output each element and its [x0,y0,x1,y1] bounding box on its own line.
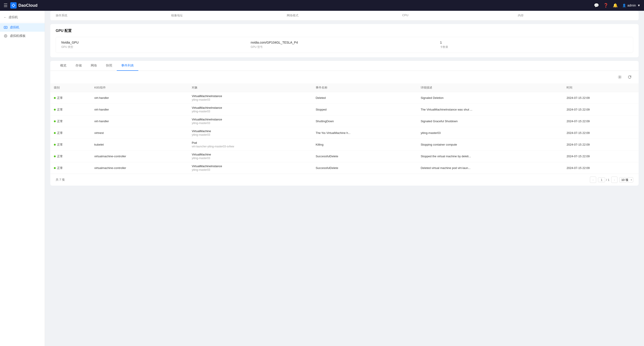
table-row: 正常virt-handlerVirtualMachineInstanceyiti… [50,92,638,104]
tab-network[interactable]: 网络 [86,61,102,71]
total-pages: 1 [608,178,610,182]
user-name: admin [628,4,636,7]
user-menu[interactable]: 👤 admin ▼ [622,4,640,7]
cell-description: The VirtualMachineInstance was shut ... [417,104,563,116]
vm-icon [4,25,8,30]
next-page-button[interactable]: › [611,177,618,183]
tab-overview[interactable]: 概览 [56,61,71,71]
cell-description: Stopped the virtual machine by deleti... [417,151,563,162]
col-memory: 内存 [518,14,633,18]
top-table-header: 操作系统 镜像地址 网络模式 CPU 内存 [50,11,638,21]
gpu-count-value: 1 [440,41,628,44]
gpu-type-value: Nvidia_GPU [61,41,249,44]
table-row: 正常kubeletPodvirt-launcher-yiting-master0… [50,139,638,151]
cell-object: VirtualMachineyiting-master03 [188,151,312,162]
cell-event-name: SuccessfulDelete [312,162,417,174]
cell-level: 正常 [50,151,91,162]
cell-level: 正常 [50,139,91,151]
cell-event-name: Deleted [312,92,417,104]
logo: DaoCloud [10,2,38,9]
logo-text: DaoCloud [18,3,38,8]
status-dot [54,132,56,134]
cell-event-name: ShuttingDown [312,116,417,127]
cell-object: VirtualMachineInstanceyiting-master03 [188,162,312,174]
sidebar-back-button[interactable]: ← 虚拟机 [0,13,45,22]
object-type: VirtualMachine [192,153,308,156]
pagination-controls: ‹ 1 / 1 › 10 项 20 项 50 项 [590,177,633,183]
user-chevron-icon: ▼ [637,4,640,7]
pagination-total: 共 7 项 [56,178,65,182]
object-name: yiting-master03 [192,110,308,113]
cell-level: 正常 [50,104,91,116]
help-icon[interactable]: ❓ [603,3,608,8]
level-text: 正常 [57,108,63,112]
cell-description: Signaled Graceful Shutdown [417,116,563,127]
tab-events[interactable]: 事件列表 [117,61,138,71]
sidebar-item-vm[interactable]: 虚拟机 [0,23,45,32]
th-time: 时间 [563,83,638,92]
cell-event-name: Stopped [312,104,417,116]
events-table-body: 正常virt-handlerVirtualMachineInstanceyiti… [50,92,638,174]
cell-k8s: virt-handler [91,92,188,104]
page-size-select[interactable]: 10 项 20 项 50 项 [619,177,633,182]
refresh-button[interactable] [626,74,633,81]
notification-icon[interactable]: 🔔 [613,3,618,8]
cell-level: 正常 [50,127,91,139]
object-name: yiting-master03 [192,122,308,125]
tab-storage[interactable]: 存储 [71,61,86,71]
svg-point-4 [619,77,620,78]
object-type: VirtualMachineInstance [192,164,308,168]
level-text: 正常 [57,119,63,123]
cell-object: Podvirt-launcher-yiting-master03-svfww [188,139,312,151]
cell-description: Signaled Deletion [417,92,563,104]
object-name: yiting-master03 [192,133,308,136]
col-network: 网络模式 [287,14,402,18]
cell-event-name: Killing [312,139,417,151]
sidebar-item-template[interactable]: 虚拟机模板 [0,32,45,40]
level-text: 正常 [57,131,63,135]
status-dot [54,144,56,146]
sidebar-item-vm-label: 虚拟机 [10,25,19,30]
tabs-section: 概览 存储 网络 快照 事件列表 [50,61,638,186]
th-event-name: 事件名称 [312,83,417,92]
col-image: 镜像地址 [171,14,286,18]
message-icon[interactable]: 💬 [594,3,599,8]
level-text: 正常 [57,154,63,158]
th-description: 详细描述 [417,83,563,92]
top-info-section: 操作系统 镜像地址 网络模式 CPU 内存 [50,11,638,21]
user-avatar-icon: 👤 [622,4,626,7]
col-os: 操作系统 [56,14,171,18]
th-object: 对象 [188,83,312,92]
page-separator: / [606,178,607,182]
current-page: 1 [598,177,605,182]
gpu-type-item: Nvidia_GPU GPU 类型 [61,41,249,49]
table-row: 正常virtualmachine-controllerVirtualMachin… [50,162,638,174]
status-dot [54,120,56,122]
object-name: yiting-master03 [192,98,308,101]
col-cpu: CPU [402,14,518,18]
object-name: yiting-master03 [192,168,308,171]
gpu-config-section: GPU 配置 Nvidia_GPU GPU 类型 nvidia.com/GP10… [50,24,638,57]
pagination-bar: 共 7 项 ‹ 1 / 1 › 10 项 20 项 [50,174,638,186]
table-row: 正常virt-handlerVirtualMachineInstanceyiti… [50,116,638,127]
prev-page-button[interactable]: ‹ [590,177,596,183]
settings-button[interactable] [616,74,623,81]
cell-object: VirtualMachineInstanceyiting-master03 [188,92,312,104]
page-size-wrapper: 10 项 20 项 50 项 ▾ [619,177,633,182]
cell-time: 2024-07-15 22:09 [563,151,638,162]
th-k8s: K8S组件 [91,83,188,92]
table-toolbar [50,71,638,83]
sidebar-item-template-label: 虚拟机模板 [10,34,26,38]
cell-description: yiting-master03 [417,127,563,139]
cell-description: Deleted virtual machine pod virt-laun... [417,162,563,174]
object-type: Pod [192,141,308,144]
events-table: 级别 K8S组件 对象 事件名称 详细描述 时间 正常virt-handlerV… [50,83,638,174]
cell-level: 正常 [50,116,91,127]
tab-snapshot[interactable]: 快照 [102,61,117,71]
cell-time: 2024-07-15 22:09 [563,92,638,104]
cell-level: 正常 [50,92,91,104]
cell-k8s: virt-handler [91,104,188,116]
hamburger-menu[interactable]: ☰ [4,3,8,8]
gpu-count-item: 1 卡数量 [440,41,628,49]
table-header-row: 级别 K8S组件 对象 事件名称 详细描述 时间 [50,83,638,92]
